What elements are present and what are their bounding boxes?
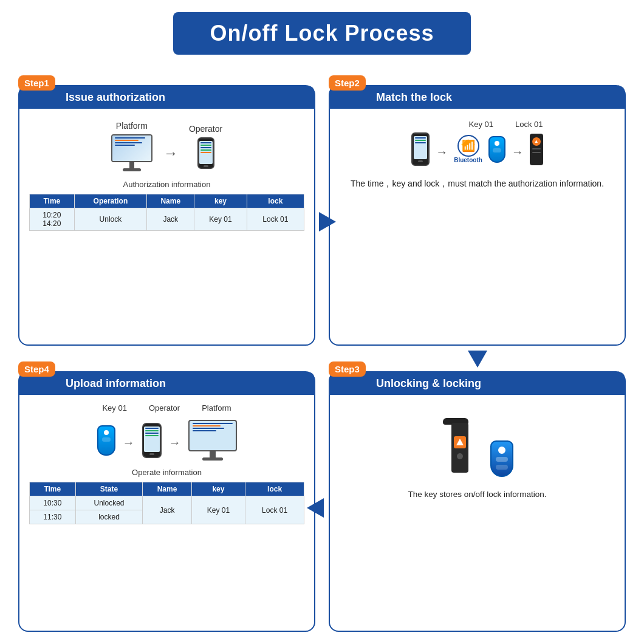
monitor-base (123, 168, 141, 171)
auth-info-label: Authorization information (123, 180, 211, 189)
operate-table: Time State Name key lock 10:30 Unlocked … (29, 482, 304, 524)
op-row1-lock: Lock 01 (245, 496, 304, 524)
key-fob-large-dot (498, 447, 505, 454)
key-fob-large-btn (496, 457, 508, 462)
step1-header: Issue authorization (19, 86, 314, 109)
op-row1-time: 10:30 (30, 496, 76, 510)
auth-row1-name: Jack (147, 208, 194, 231)
step3-description: The key stores on/off lock information. (408, 488, 547, 501)
key01-label: Key 01 (468, 120, 493, 129)
step2-card: Step2 Match the lock Key 01 Lock 01 (329, 85, 626, 346)
key-fob-step2 (488, 136, 505, 163)
arrow-step2-to-step3 (468, 351, 487, 368)
step4-card: Step4 Upload information Key 01 Operator… (18, 371, 315, 632)
step2-description: The time，key and lock，must match the aut… (351, 177, 604, 190)
title-bar: On/off Lock Process (173, 12, 470, 55)
step1-body: Platform (19, 109, 314, 341)
step2-icons: → ⭐ 📶 Bluetooth → (411, 132, 543, 166)
bluetooth-label: Bluetooth (454, 157, 482, 163)
step4-op-label: Operator (149, 403, 180, 413)
step1-card: Step1 Issue authorization Platform (18, 85, 315, 346)
page-title: On/off Lock Process (210, 21, 434, 46)
key-fob-dot-step2 (495, 141, 499, 146)
door-keyhole (457, 453, 463, 459)
door-handle-wrap (442, 407, 479, 477)
lock-logo-svg (456, 438, 464, 447)
lock01-label: Lock 01 (515, 120, 543, 129)
step4-key-col: Key 01 (102, 403, 126, 413)
step4-icon-cols: Key 01 Operator Platform (102, 403, 231, 413)
monitor-line-4 (115, 145, 135, 146)
operate-info-label: Operate information (132, 468, 202, 477)
phone-line-5 (200, 152, 211, 153)
auth-col-key: key (194, 194, 247, 208)
page: On/off Lock Process Step1 Issue authoriz… (0, 0, 644, 644)
phone-icon-step2 (411, 132, 430, 166)
step3-body: The key stores on/off lock information. (330, 395, 625, 628)
phone-btn-step2 (418, 160, 423, 162)
lock-device-step2: ▲ (530, 134, 543, 165)
arrow-step3-to-step4 (307, 498, 324, 518)
phone-line-3 (200, 147, 211, 148)
phone-screen-step2 (414, 136, 427, 159)
monitor-line-3 (115, 142, 142, 143)
phone-line-1 (200, 142, 211, 143)
step2-header: Match the lock (330, 86, 625, 109)
ml-line3 (193, 428, 225, 429)
op-row2-time: 11:30 (30, 510, 76, 524)
monitor-large-step4 (188, 420, 237, 461)
lock-line-step2 (532, 148, 541, 149)
auth-row1-op: Unlock (74, 208, 146, 231)
auth-table: Time Operation Name key lock 10:2014:20 … (29, 194, 304, 231)
svg-marker-0 (456, 439, 464, 445)
step4-plat-label: Platform (202, 403, 231, 413)
step4-op-col: Operator (149, 403, 180, 413)
op-col-lock: lock (245, 482, 304, 496)
step1-badge: Step1 (18, 75, 55, 91)
step2-body: Key 01 Lock 01 (330, 109, 625, 341)
ml-line1 (193, 423, 233, 424)
step4-header: Upload information (19, 372, 314, 395)
step4-plat-col: Platform (202, 403, 231, 413)
op-row2-state: locked (75, 510, 143, 524)
step3-lock-visual (442, 407, 513, 477)
phone-l-line1 (145, 428, 159, 429)
key-fob-dot-step4 (104, 430, 109, 435)
bluetooth-badge: ⭐ 📶 Bluetooth (454, 135, 482, 163)
monitor-large-stand (210, 451, 216, 457)
op-col-state: State (75, 482, 143, 496)
step4-icons: → → (97, 420, 237, 461)
auth-row1-key: Key 01 (194, 208, 247, 231)
bluetooth-icon: ⭐ 📶 (457, 135, 479, 157)
op-row-1: 10:30 Unlocked Jack Key 01 Lock 01 (30, 496, 304, 510)
key-fob-large-btn2 (496, 465, 508, 470)
monitor-large-base (202, 457, 223, 461)
ml-line4 (193, 430, 217, 431)
phone-line-2 (200, 145, 211, 146)
phone-btn-step4 (149, 453, 154, 455)
op-col-key: key (191, 482, 245, 496)
phone-s2-line1 (415, 137, 426, 139)
lock-line2-step2 (532, 152, 541, 153)
auth-row1-lock: Lock 01 (247, 208, 304, 231)
door-lock-logo (454, 436, 466, 448)
step1-operator-label: Operator (189, 124, 222, 134)
phone-l-line3 (145, 433, 159, 434)
step4-badge: Step4 (18, 361, 55, 377)
step3-badge: Step3 (329, 361, 366, 377)
phone-large-screen-step4 (144, 426, 160, 452)
monitor-stand (129, 162, 134, 168)
auth-col-name: Name (147, 194, 194, 208)
monitor-large-screen (188, 420, 237, 451)
op-col-time: Time (30, 482, 76, 496)
monitor-line-2 (115, 140, 139, 141)
phone-l-line2 (145, 430, 159, 431)
step1-icons: Platform (111, 121, 222, 171)
step1-title: Issue authorization (29, 91, 165, 104)
key-fob-step4 (97, 425, 115, 456)
op-row1-key: Key 01 (191, 496, 245, 524)
phone-screen-step1 (199, 141, 213, 164)
monitor-icon (111, 134, 152, 171)
auth-row-1: 10:2014:20 Unlock Jack Key 01 Lock 01 (30, 208, 304, 231)
arrow-step1-to-step2 (319, 212, 336, 231)
